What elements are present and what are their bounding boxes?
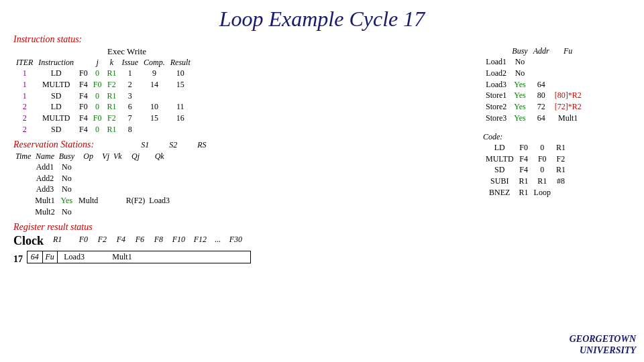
gu-line1: GEORGETOWN [570, 334, 636, 345]
code-row: LDF00R1 [483, 142, 568, 154]
load3-value: Load3 [57, 251, 91, 263]
table-row: 1 LD F0 0 R1 1 9 10 [13, 68, 193, 79]
table-row: 1 MULTD F4 F0 F2 2 14 15 [13, 79, 193, 90]
clock-value: 17 [13, 254, 23, 265]
col-issue: Issue [119, 58, 141, 68]
fu-label: Fu [42, 251, 57, 263]
busy-table: Busy Addr Fu Load1No Load2No Load3Yes64 [483, 46, 584, 124]
exec-write-header: Exec Write [107, 46, 193, 57]
reg-values-table: 64 Fu Load3 Mult1 [27, 251, 251, 263]
table-row: 2 MULTD F4 F0 F2 7 15 16 [13, 113, 193, 124]
busy-row: Store1Yes80[80]*R2 [483, 90, 584, 101]
rs-row: Add1No [13, 162, 172, 173]
code-row: SUBIR1R1#8 [483, 176, 568, 187]
col-instruction: Instruction [36, 58, 76, 68]
busy-row: Load2No [483, 68, 584, 79]
reg-header-table: R1 F0 F2 F4 F6 F8 F10 F12 ... F30 [49, 234, 246, 245]
register-result-label: Register result status [13, 222, 476, 233]
code-row: SDF40R1 [483, 164, 568, 176]
reservation-stations-section: Reservation Stations: S1 S2 RS Time Name… [13, 139, 476, 218]
mult1-value: Mult1 [109, 251, 134, 263]
col-j: j [91, 58, 105, 68]
instruction-table: ITER Instruction j k Issue Comp. Result [13, 58, 193, 135]
code-row: MULTDF4F0F2 [483, 154, 568, 165]
code-row: BNEZR1Loop [483, 187, 568, 198]
rs-row: Add2No [13, 173, 172, 184]
col-comp: Comp. [141, 58, 168, 68]
georgetown-logo: GEORGETOWN UNIVERSITY [570, 334, 636, 357]
table-row: 2 LD F0 0 R1 6 10 11 [13, 101, 193, 113]
right-panel: Busy Addr Fu Load1No Load2No Load3Yes64 [483, 34, 631, 265]
rs-label: RS [197, 140, 206, 150]
busy-row: Store2Yes72[72]*R2 [483, 101, 584, 113]
reservation-stations-label: Reservation Stations: [13, 139, 94, 150]
gu-line2: UNIVERSITY [570, 345, 636, 357]
busy-row: Store3Yes64Mult1 [483, 113, 584, 124]
busy-row: Load3Yes64 [483, 79, 584, 90]
instruction-status-section: Instruction status: Exec Write ITER Inst… [13, 34, 476, 135]
page-title: Loop Example Cycle 17 [0, 0, 644, 32]
rs-row: Mult2No [13, 206, 172, 218]
empty-f2 [91, 251, 109, 263]
instruction-status-label: Instruction status: [13, 34, 476, 45]
col-result: Result [168, 58, 193, 68]
code-label: Code: [483, 132, 631, 142]
code-section: Code: LDF00R1 MULTDF4F0F2 SDF40R1 SUBIR1… [483, 132, 631, 198]
register-result-section: Register result status Clock R1 F0 F2 F4… [13, 222, 476, 265]
rs-row: Add3No [13, 184, 172, 195]
col-iter: ITER [13, 58, 36, 68]
rs-table: Time Name Busy Op Vj Vk Qj Qk Add1No [13, 152, 172, 218]
table-row: 1 SD F4 0 R1 3 [13, 90, 193, 102]
clock-label: Clock [13, 234, 44, 248]
r1-value: 64 [28, 251, 42, 263]
col-k: k [104, 58, 119, 68]
busy-row: Load1No [483, 56, 584, 68]
s1-label: S1 [141, 140, 149, 150]
code-table: LDF00R1 MULTDF4F0F2 SDF40R1 SUBIR1R1#8 B… [483, 142, 568, 198]
table-row: 2 SD F4 0 R1 8 [13, 124, 193, 135]
s2-label: S2 [169, 140, 177, 150]
rs-row: Mult1YesMultdR(F2)Load3 [13, 195, 172, 206]
